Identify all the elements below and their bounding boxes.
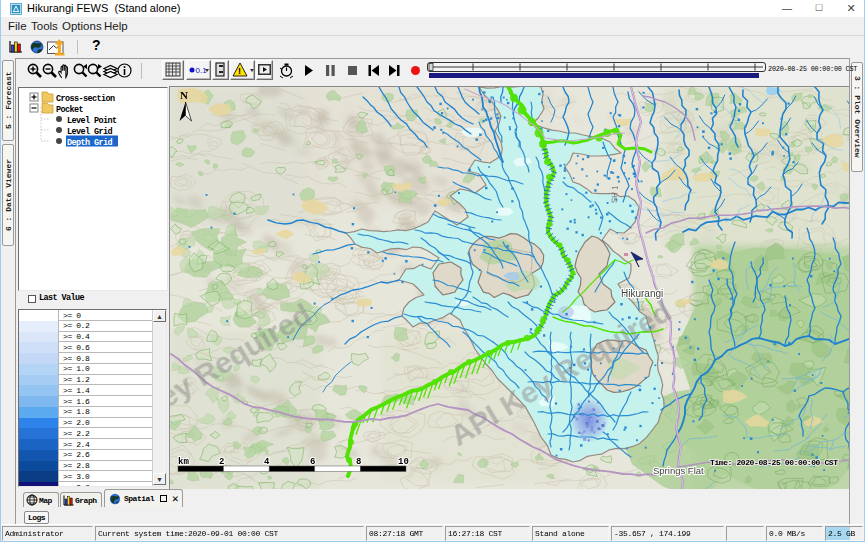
svg-text:4: 4	[264, 457, 270, 467]
svg-text:km: km	[178, 457, 189, 467]
svg-text:8: 8	[356, 457, 361, 467]
svg-text:Cross-section: Cross-section	[56, 94, 115, 104]
svg-text:10: 10	[398, 457, 409, 467]
svg-text:Springs Flat: Springs Flat	[653, 465, 704, 476]
svg-text:6: 6	[310, 457, 315, 467]
svg-text:SH 1: SH 1	[610, 185, 620, 204]
svg-text:!: !	[238, 66, 241, 76]
svg-text:0.1: 0.1	[196, 66, 208, 75]
svg-text:Hikurangi: Hikurangi	[621, 288, 663, 299]
svg-text:N: N	[180, 89, 188, 101]
svg-text:Time: 2020-08-25 00:00:00 CST: Time: 2020-08-25 00:00:00 CST	[710, 458, 838, 467]
svg-text:Pocket: Pocket	[56, 105, 84, 115]
svg-text:2: 2	[219, 457, 224, 467]
svg-text:Level Grid: Level Grid	[67, 127, 113, 137]
svg-text:Depth Grid: Depth Grid	[67, 138, 113, 148]
svg-text:Level Point: Level Point	[67, 116, 117, 126]
